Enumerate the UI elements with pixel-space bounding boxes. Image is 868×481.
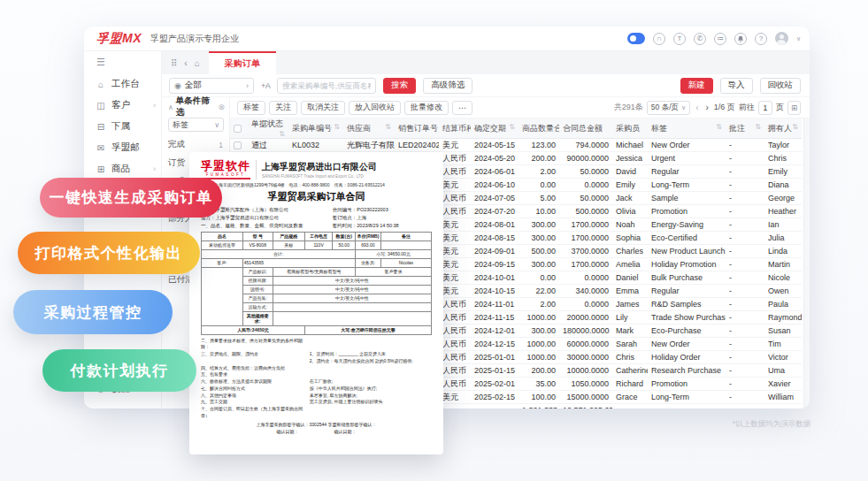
topbar: 孚盟MX 孚盟产品演示专用企业 ∩ T ✆ ≔ ? ∨	[84, 27, 810, 51]
next-page-icon[interactable]: ›	[704, 103, 711, 112]
cell-quantity: 1000.00	[518, 351, 559, 364]
chevron-down-icon: ∨	[681, 104, 686, 111]
collapse-icon[interactable]: ∧	[168, 103, 173, 111]
action-button[interactable]: 关注	[269, 101, 297, 115]
prev-page-icon[interactable]: ‹	[694, 103, 700, 112]
tab-purchase-orders[interactable]: 采购订单	[209, 51, 276, 74]
whatsapp-icon[interactable]: ✆	[694, 33, 706, 45]
back-icon[interactable]: ‹	[184, 58, 187, 68]
cell-tag: Trade Show Purchase	[648, 311, 726, 324]
clause-line: 六、验收标准、方法及提出异议期限 在工厂验收;	[201, 378, 432, 386]
column-header[interactable]: 拥有人⇅	[764, 118, 802, 139]
column-header[interactable]: 单据状态⇅	[248, 118, 288, 139]
cell-status[interactable]: 通过	[248, 139, 288, 152]
cell-tag: Eco-Purchase	[648, 324, 726, 338]
sort-icon[interactable]: ⇅	[279, 130, 285, 138]
import-button[interactable]: 导入	[720, 78, 753, 94]
feature-pill-payment-plan: 付款计划执行	[42, 349, 196, 392]
cell-tag: Research Purchase	[648, 364, 726, 378]
cell-amount: 30000.0000	[559, 351, 612, 364]
goto-label: 前往	[739, 102, 755, 113]
sort-icon[interactable]: ⇅	[716, 123, 722, 131]
page-size-select[interactable]: 50 条/页 ∨	[647, 101, 690, 115]
column-header[interactable]: 采购单编号⇅	[288, 118, 343, 139]
document-company-cn: 上海孚盟贸易进出口有限公司	[262, 161, 377, 173]
cell-tag: R&D Samples	[648, 298, 726, 311]
history-list-icon[interactable]: ≔	[714, 33, 726, 45]
goto-page-input[interactable]	[758, 101, 772, 115]
sort-icon[interactable]: ⇅	[509, 123, 515, 131]
sidebar-item-label: 下属	[111, 120, 130, 133]
action-button[interactable]: 取消关注	[301, 101, 345, 115]
cell-note: -	[726, 364, 764, 378]
cell-tag: Promotion	[648, 378, 726, 391]
column-header[interactable]: 商品数量合计	[518, 118, 559, 139]
action-button[interactable]: ⋯	[452, 101, 472, 115]
headset-icon[interactable]: ∩	[653, 33, 665, 45]
app-grid-icon[interactable]: ⠿	[171, 58, 177, 68]
sidebar-item[interactable]: ✉ 孚盟邮	[84, 137, 161, 158]
filter-item[interactable]: 完成 1	[168, 135, 229, 154]
scope-select[interactable]: ◉ 全部 ›	[169, 78, 254, 94]
sort-icon[interactable]: ⇅	[385, 123, 391, 131]
action-button[interactable]: 标签	[237, 101, 265, 115]
search-input[interactable]	[277, 78, 376, 94]
sidebar-item[interactable]: ⊞ 商品 ›	[84, 158, 161, 179]
column-header[interactable]: 批注⇅	[726, 118, 764, 139]
column-header[interactable]: 标签⇅	[648, 118, 726, 139]
cell-tag: Long-Term	[648, 179, 726, 192]
chevron-down-icon[interactable]: ∨	[796, 35, 801, 42]
vertical-scrollbar[interactable]	[803, 118, 810, 408]
column-header[interactable]: 结算币种	[439, 118, 471, 139]
search-button[interactable]: 搜索	[383, 78, 416, 94]
clear-filter-icon[interactable]: ⊗	[218, 103, 225, 111]
table-row[interactable]: 通过 KL0032 光辉电子有限公司 LED20240201 美元 2024-0…	[230, 139, 802, 152]
home-icon[interactable]: ⌂	[195, 58, 200, 68]
cell-owner: Heather	[764, 205, 802, 218]
sort-icon[interactable]: ⇅	[755, 123, 761, 131]
cell-tag: New Order	[648, 139, 726, 152]
sidebar-item[interactable]: ◫ 客户 ›	[84, 95, 161, 116]
column-header[interactable]: 确定交期⇅	[471, 118, 518, 139]
action-button[interactable]: 放入回收站	[349, 101, 401, 115]
cell-currency: 人民币	[439, 378, 471, 391]
column-header[interactable]: 供应商⇅	[343, 118, 395, 139]
select-all-checkbox[interactable]	[230, 118, 248, 139]
cell-note: -	[726, 311, 764, 324]
cell-note: -	[726, 378, 764, 391]
cell-currency: 人民币	[439, 165, 471, 179]
cell-due-date: 2024-09-15	[471, 258, 518, 271]
column-header[interactable]: 采购员	[612, 118, 648, 139]
sidebar-item[interactable]: ⌂ 工作台	[84, 73, 161, 95]
column-header[interactable]: 合同总金额	[559, 118, 612, 139]
task-icon[interactable]: T	[673, 33, 686, 45]
cell-owner: Chris	[764, 152, 802, 165]
avatar[interactable]	[775, 32, 788, 45]
recycle-bin-button[interactable]: 回收站	[760, 78, 802, 94]
column-settings-icon[interactable]: ⊞	[787, 101, 801, 115]
cell-owner: Martin	[764, 258, 802, 271]
cell-buyer: Jack	[612, 192, 648, 205]
sidebar-item[interactable]: ⊟ 下属	[84, 116, 161, 137]
cell-note: -	[726, 351, 764, 364]
cell-note: -	[726, 139, 764, 152]
cell-note: -	[726, 391, 764, 404]
saved-search-icon[interactable]: +A	[261, 81, 270, 90]
advanced-filter-button[interactable]: 高级筛选	[423, 78, 472, 94]
create-button[interactable]: 新建	[680, 78, 713, 94]
hamburger-icon[interactable]: ☰	[84, 55, 161, 73]
cell-owner: George	[764, 192, 802, 205]
cell-supplier[interactable]: 光辉电子有限公司	[343, 139, 395, 152]
help-icon[interactable]: ?	[755, 33, 767, 45]
bell-icon[interactable]	[734, 33, 747, 45]
column-header[interactable]: 销售订单号	[395, 118, 439, 139]
cell-order-code[interactable]: KL0032	[288, 139, 343, 152]
cell-currency: 人民币	[439, 152, 471, 165]
action-button[interactable]: 批量修改	[404, 101, 449, 115]
sort-icon[interactable]: ⇅	[792, 123, 798, 131]
filter-field-select[interactable]: 标签 ∨	[168, 118, 224, 132]
row-checkbox[interactable]	[230, 139, 248, 152]
view-toggle-icon[interactable]	[627, 33, 645, 44]
sort-icon[interactable]: ⇅	[334, 123, 340, 131]
document-title: 孚盟贸易采购订单合同	[201, 190, 432, 203]
